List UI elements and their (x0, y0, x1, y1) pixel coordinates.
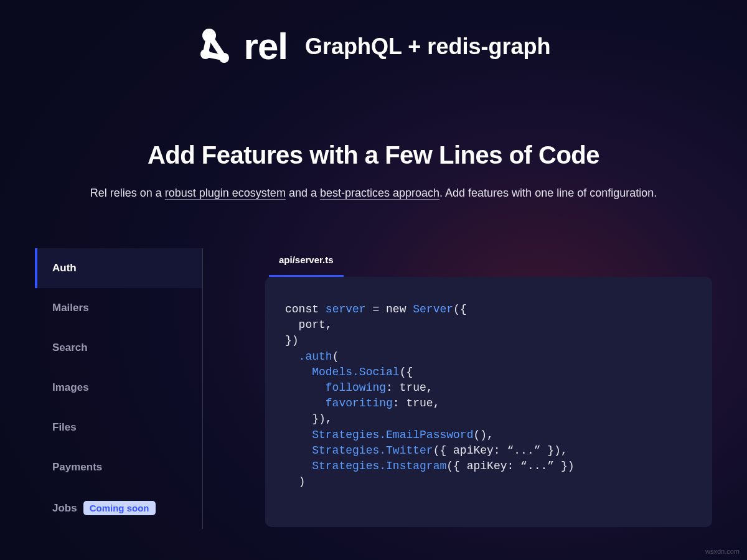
hero-subtitle: Rel relies on a robust plugin ecosystem … (0, 187, 747, 200)
file-tab[interactable]: api/server.ts (269, 248, 344, 277)
tab-files[interactable]: Files (35, 408, 202, 447)
tab-mailers[interactable]: Mailers (35, 288, 202, 328)
tab-jobs[interactable]: Jobs Coming soon (35, 487, 202, 529)
tab-images[interactable]: Images (35, 368, 202, 408)
content: Auth Mailers Search Images Files Payment… (35, 248, 712, 529)
sidebar: Auth Mailers Search Images Files Payment… (35, 248, 203, 529)
svg-point-4 (200, 49, 210, 59)
code-block: const server = new Server({ port, }) .au… (265, 277, 712, 527)
svg-point-3 (202, 29, 216, 42)
brand: rel (197, 25, 288, 68)
header: rel GraphQL + redis-graph (0, 0, 747, 68)
brand-name: rel (244, 25, 288, 68)
attribution: wsxdn.com (705, 548, 740, 555)
link-plugin-ecosystem[interactable]: robust plugin ecosystem (165, 187, 286, 199)
badge-coming-soon: Coming soon (83, 501, 156, 515)
logo-icon (197, 27, 237, 67)
svg-point-5 (219, 53, 229, 63)
main: api/server.ts const server = new Server(… (265, 248, 712, 529)
link-best-practices[interactable]: best-practices approach (320, 187, 439, 199)
hero: Add Features with a Few Lines of Code Re… (0, 141, 747, 200)
tab-auth[interactable]: Auth (35, 248, 202, 288)
tab-payments[interactable]: Payments (35, 447, 202, 487)
tab-search[interactable]: Search (35, 328, 202, 368)
brand-tagline: GraphQL + redis-graph (305, 34, 550, 60)
hero-title: Add Features with a Few Lines of Code (0, 141, 747, 169)
